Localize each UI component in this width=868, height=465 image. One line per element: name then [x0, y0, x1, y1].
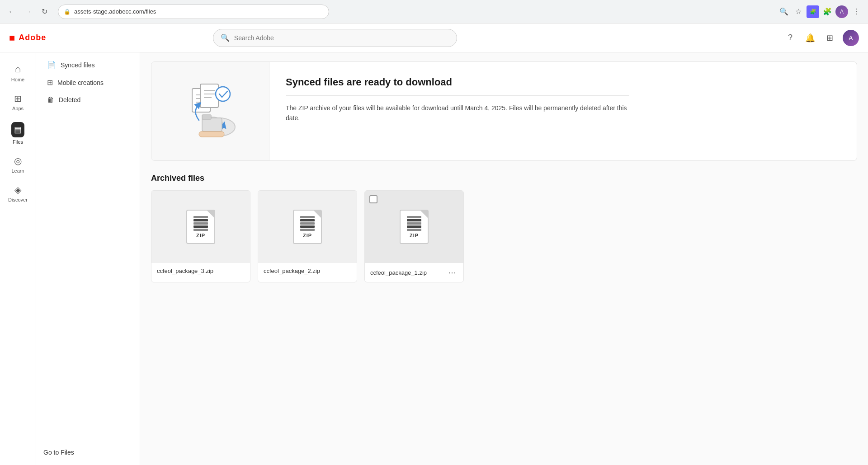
zip-stripe	[300, 219, 315, 221]
zip-file-3: ZIP	[400, 210, 429, 244]
file-card-3-footer: ccfeol_package_1.zip ⋯	[365, 263, 463, 282]
search-input[interactable]	[234, 34, 449, 42]
back-button[interactable]: ←	[5, 5, 18, 18]
nav-deleted[interactable]: 🗑 Deleted	[40, 91, 136, 108]
mobile-creations-icon: ⊞	[47, 78, 53, 87]
apps-icon: ⊞	[14, 93, 22, 104]
zip-stripe	[407, 216, 421, 218]
adobe-logo-icon: ■	[9, 32, 15, 44]
user-avatar[interactable]: A	[843, 30, 859, 46]
nav-bottom: Go to Files	[36, 443, 140, 461]
file-card-1-name: ccfeol_package_3.zip	[151, 263, 250, 279]
app-body: ⌂ Home ⊞ Apps ▤ Files ◎ Learn ◈ Discover	[0, 52, 868, 465]
zip-label-3: ZIP	[410, 233, 419, 238]
banner-text: Synced files are ready to download The Z…	[269, 62, 646, 160]
file-card-2-preview: ZIP	[258, 191, 357, 263]
chrome-menu-button[interactable]: ⋮	[850, 5, 863, 18]
home-icon: ⌂	[15, 63, 21, 75]
zip-stripe	[300, 225, 315, 228]
zip-icon-1: ZIP	[186, 210, 215, 244]
file-card-2-name: ccfeol_package_2.zip	[258, 263, 357, 279]
zip-stripes-2	[300, 216, 315, 231]
svg-rect-12	[202, 115, 211, 119]
header-icons: ? 🔔 ⊞ A	[783, 30, 859, 46]
discover-icon: ◈	[14, 184, 21, 195]
file-card-1[interactable]: ZIP ccfeol_package_3.zip	[151, 190, 250, 282]
extension-icon[interactable]: 🧩	[807, 5, 819, 18]
bookmark-button[interactable]: ☆	[792, 5, 805, 18]
search-icon: 🔍	[221, 33, 230, 42]
deleted-icon: 🗑	[47, 96, 54, 104]
file-card-3-checkbox[interactable]	[369, 195, 377, 203]
sync-illustration	[174, 75, 246, 147]
go-to-files-link[interactable]: Go to Files	[43, 449, 74, 456]
nav-mobile-creations-label: Mobile creations	[57, 79, 104, 86]
download-banner: Synced files are ready to download The Z…	[151, 61, 857, 161]
nav-mobile-creations[interactable]: ⊞ Mobile creations	[40, 74, 136, 91]
zip-stripes-3	[407, 216, 421, 231]
apps-grid-button[interactable]: ⊞	[823, 31, 837, 45]
chrome-user-avatar[interactable]: A	[835, 5, 848, 18]
refresh-button[interactable]: ↻	[38, 5, 51, 18]
extensions-button[interactable]: 🧩	[821, 5, 834, 18]
svg-point-10	[216, 87, 230, 101]
zip-label-1: ZIP	[196, 233, 205, 238]
notifications-button[interactable]: 🔔	[803, 31, 817, 45]
nav-synced-files-label: Synced files	[61, 61, 94, 69]
zip-stripe	[193, 216, 208, 218]
zip-stripe	[193, 222, 208, 225]
app-container: ■ Adobe 🔍 ? 🔔 ⊞ A ⌂ Home ⊞ Apps	[0, 23, 868, 465]
browser-chrome: ← → ↻ 🔒 assets-stage.adobecc.com/files 🔍…	[0, 0, 868, 23]
banner-description: The ZIP archive of your files will be av…	[286, 103, 629, 123]
zip-stripe	[193, 219, 208, 221]
adobe-logo-text: Adobe	[19, 33, 46, 42]
learn-icon: ◎	[14, 155, 22, 166]
nav-deleted-label: Deleted	[59, 96, 80, 103]
zip-stripe	[300, 216, 315, 218]
help-button[interactable]: ?	[783, 31, 797, 45]
sidebar-item-learn-label: Learn	[11, 168, 24, 174]
zip-file-1: ZIP	[186, 210, 215, 244]
zip-file-2: ZIP	[293, 210, 322, 244]
sidebar-item-home-label: Home	[11, 77, 24, 82]
file-card-3-name: ccfeol_package_1.zip	[370, 269, 427, 276]
search-bar[interactable]: 🔍	[213, 29, 457, 47]
sidebar-item-apps[interactable]: ⊞ Apps	[2, 89, 34, 115]
sidebar-item-discover[interactable]: ◈ Discover	[2, 181, 34, 206]
sidebar-item-apps-label: Apps	[12, 106, 24, 111]
app-header: ■ Adobe 🔍 ? 🔔 ⊞ A	[0, 23, 868, 52]
forward-button[interactable]: →	[22, 5, 34, 18]
archived-section: Archived files	[151, 174, 857, 282]
svg-rect-11	[202, 118, 222, 132]
sidebar-item-discover-label: Discover	[8, 197, 28, 202]
adobe-logo[interactable]: ■ Adobe	[9, 32, 46, 44]
sidebar-item-learn[interactable]: ◎ Learn	[2, 152, 34, 177]
sidebar-item-files-label: Files	[13, 139, 23, 145]
banner-illustration	[151, 62, 269, 160]
zip-icon-2: ZIP	[293, 210, 322, 244]
icon-sidebar: ⌂ Home ⊞ Apps ▤ Files ◎ Learn ◈ Discover	[0, 52, 36, 465]
archived-section-title: Archived files	[151, 174, 857, 183]
file-card-1-preview: ZIP	[151, 191, 250, 263]
address-bar[interactable]: 🔒 assets-stage.adobecc.com/files	[58, 5, 329, 19]
zip-stripe	[300, 229, 315, 231]
browser-actions: 🔍 ☆ 🧩 🧩 A ⋮	[778, 5, 863, 18]
zip-icon-3: ZIP	[400, 210, 429, 244]
file-grid: ZIP ccfeol_package_3.zip	[151, 190, 857, 282]
sidebar-item-home[interactable]: ⌂ Home	[2, 60, 34, 86]
url-text: assets-stage.adobecc.com/files	[74, 8, 156, 15]
zoom-button[interactable]: 🔍	[778, 5, 790, 18]
zip-stripe	[300, 222, 315, 225]
file-card-2[interactable]: ZIP ccfeol_package_2.zip	[258, 190, 357, 282]
banner-divider	[286, 95, 629, 96]
zip-stripe	[407, 225, 421, 228]
sidebar-item-files[interactable]: ▤ Files	[2, 118, 34, 148]
zip-stripe	[193, 229, 208, 231]
zip-stripe	[193, 225, 208, 228]
nav-panel: 📄 Synced files ⊞ Mobile creations 🗑 Dele…	[36, 52, 140, 465]
nav-synced-files[interactable]: 📄 Synced files	[40, 56, 136, 74]
synced-files-icon: 📄	[47, 61, 56, 69]
file-card-3[interactable]: ZIP ccfeol_package_1.zip ⋯	[364, 190, 464, 282]
file-card-3-menu-button[interactable]: ⋯	[446, 268, 458, 277]
header-search: 🔍	[213, 29, 457, 47]
